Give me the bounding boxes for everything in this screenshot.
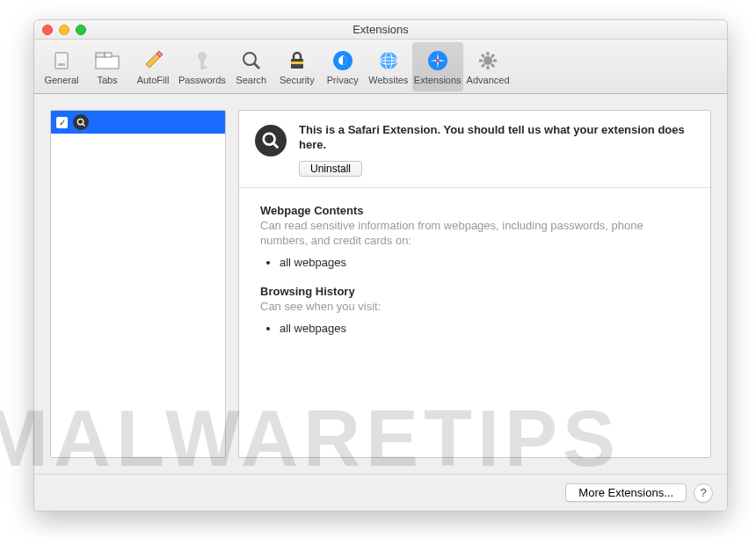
advanced-icon: [476, 48, 500, 73]
svg-rect-1: [58, 63, 65, 66]
titlebar: Extensions: [34, 20, 727, 40]
permission-heading: Webpage Contents: [260, 204, 689, 217]
uninstall-button[interactable]: Uninstall: [299, 161, 362, 177]
tab-passwords[interactable]: Passwords: [177, 42, 228, 91]
privacy-icon: [331, 48, 355, 73]
tab-label: General: [44, 75, 78, 85]
permission-heading: Browsing History: [260, 285, 689, 298]
preferences-window: Extensions General Tabs AutoFill Passwor…: [33, 19, 728, 512]
svg-line-31: [82, 123, 84, 126]
content-area: ✓ This is a Safari Extension. You should…: [34, 94, 727, 474]
svg-line-9: [254, 63, 259, 69]
svg-line-33: [273, 143, 279, 149]
window-title: Extensions: [353, 23, 409, 36]
minimize-window-button[interactable]: [59, 25, 69, 35]
close-window-button[interactable]: [42, 25, 53, 35]
extension-detail-panel: This is a Safari Extension. You should t…: [238, 110, 711, 458]
svg-rect-7: [200, 66, 207, 69]
websites-icon: [376, 48, 401, 73]
svg-point-21: [483, 56, 492, 65]
help-button[interactable]: ?: [694, 483, 713, 503]
tab-label: Tabs: [97, 75, 117, 85]
svg-rect-0: [55, 53, 68, 69]
svg-line-28: [482, 64, 484, 67]
extension-list-item[interactable]: ✓: [51, 111, 225, 134]
permission-item: all webpages: [280, 254, 689, 272]
tab-extensions[interactable]: Extensions: [412, 42, 463, 91]
extensions-icon: [425, 48, 450, 73]
tab-label: Privacy: [327, 75, 359, 85]
svg-line-27: [491, 64, 494, 67]
tab-tabs[interactable]: Tabs: [85, 42, 129, 91]
tab-security[interactable]: Security: [275, 42, 319, 91]
svg-point-20: [436, 59, 440, 62]
svg-rect-4: [105, 53, 112, 57]
svg-point-8: [244, 53, 256, 65]
tab-privacy[interactable]: Privacy: [321, 42, 365, 91]
passwords-icon: [190, 48, 214, 73]
tab-advanced[interactable]: Advanced: [465, 42, 512, 91]
security-icon: [285, 48, 309, 73]
permission-description: Can see when you visit:: [260, 300, 689, 315]
svg-rect-3: [96, 53, 105, 57]
tab-label: Passwords: [178, 75, 226, 85]
extension-icon: [73, 114, 89, 130]
svg-line-26: [482, 54, 484, 57]
autofill-icon: [141, 48, 165, 73]
tab-label: Advanced: [467, 75, 510, 85]
preferences-toolbar: General Tabs AutoFill Passwords Search: [34, 40, 727, 94]
tab-label: Extensions: [414, 75, 462, 85]
extension-enabled-checkbox[interactable]: ✓: [56, 117, 68, 128]
search-icon: [239, 48, 264, 73]
extension-description: This is a Safari Extension. You should t…: [299, 123, 694, 153]
tabs-icon: [95, 48, 120, 73]
svg-line-29: [491, 54, 494, 57]
footer-bar: More Extensions... ?: [34, 474, 727, 511]
tab-label: Search: [236, 75, 266, 85]
zoom-window-button[interactable]: [76, 25, 86, 35]
tab-search[interactable]: Search: [229, 42, 273, 91]
svg-rect-2: [96, 56, 119, 69]
traffic-lights: [42, 25, 86, 35]
permissions-section: Webpage Contents Can read sensitive info…: [239, 188, 710, 367]
permission-description: Can read sensitive information from webp…: [260, 219, 689, 249]
tab-label: Websites: [368, 75, 408, 85]
svg-rect-11: [291, 62, 303, 64]
more-extensions-button[interactable]: More Extensions...: [565, 483, 687, 502]
tab-autofill[interactable]: AutoFill: [131, 42, 175, 91]
general-icon: [49, 48, 74, 73]
svg-point-32: [264, 134, 275, 145]
tab-websites[interactable]: Websites: [367, 42, 411, 91]
tab-label: AutoFill: [137, 75, 170, 85]
svg-point-30: [77, 119, 83, 124]
tab-general[interactable]: General: [40, 42, 84, 91]
tab-label: Security: [280, 75, 315, 85]
extensions-list: ✓: [50, 110, 226, 458]
extension-icon: [255, 125, 287, 156]
permission-item: all webpages: [280, 320, 689, 337]
extension-header: This is a Safari Extension. You should t…: [239, 111, 710, 188]
